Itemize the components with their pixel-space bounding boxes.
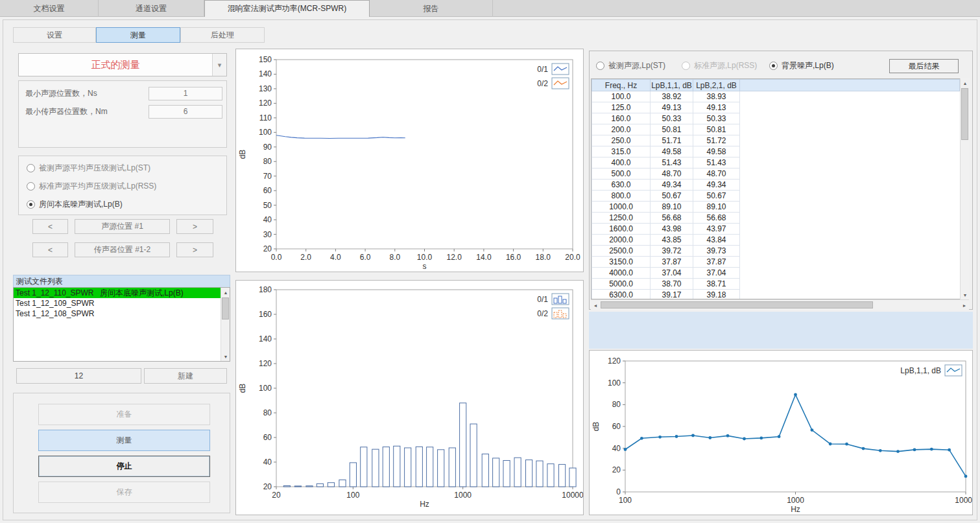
table-row[interactable]: 315.049.5849.58 — [592, 146, 960, 157]
svg-text:8.0: 8.0 — [389, 253, 400, 262]
measurement-mode-value: 正式的测量 — [19, 59, 212, 71]
freq-table[interactable]: Freq., Hz LpB,1,1, dB LpB,2,1, dB 100.03… — [592, 79, 960, 299]
radio-result-lp-rss[interactable]: 标准声源,Lp(RSS) — [682, 60, 757, 71]
table-row[interactable]: 3150.037.8737.87 — [592, 257, 960, 268]
table-cell: 49.58 — [693, 146, 740, 157]
svg-text:60: 60 — [612, 422, 621, 431]
radio-circle — [27, 164, 35, 172]
source-position-button[interactable]: 声源位置 #1 — [75, 219, 170, 234]
table-cell-filler — [740, 113, 960, 124]
radio-lp-rss[interactable]: 标准声源平均声压级测试,Lp(RSS) — [27, 181, 156, 191]
measurement-mode-dropdown[interactable]: 正式的测量 ▾ — [18, 53, 227, 76]
table-hscrollbar[interactable]: ◄ ► — [591, 299, 969, 310]
col-lpb11: LpB,1,1, dB — [651, 80, 693, 91]
scroll-right-icon[interactable]: ► — [960, 301, 969, 310]
table-row[interactable]: 4000.037.0437.04 — [592, 268, 960, 279]
svg-text:110: 110 — [259, 113, 272, 122]
table-row[interactable]: 2000.043.8543.84 — [592, 235, 960, 246]
final-result-button[interactable]: 最后结果 — [889, 59, 959, 73]
subtab-measure[interactable]: 测量 — [96, 27, 180, 43]
svg-text:6.0: 6.0 — [360, 253, 371, 262]
table-cell: 50.67 — [693, 191, 740, 202]
table-row[interactable]: 200.050.8150.81 — [592, 124, 960, 135]
table-row[interactable]: 160.050.3350.33 — [592, 113, 960, 124]
radio-result-lp-b[interactable]: 背景噪声,Lp(B) — [769, 60, 834, 71]
radio-lp-st[interactable]: 被测声源平均声压级测试,Lp(ST) — [27, 163, 150, 173]
prepare-button[interactable]: 准备 — [38, 404, 210, 425]
scrollbar-thumb[interactable] — [222, 297, 229, 320]
svg-text:120: 120 — [608, 356, 621, 366]
min-source-positions-input[interactable]: 1 — [149, 87, 222, 100]
svg-text:40: 40 — [612, 444, 621, 453]
chevron-down-icon[interactable]: ▾ — [212, 54, 226, 76]
table-cell-filler — [740, 191, 960, 202]
subtab-settings[interactable]: 设置 — [13, 27, 96, 43]
test-file-list-title: 测试文件列表 — [13, 275, 230, 287]
table-row[interactable]: 5000.038.7038.71 — [592, 279, 960, 290]
save-button[interactable]: 保存 — [38, 482, 210, 503]
scroll-up-icon[interactable]: ▲ — [221, 288, 230, 297]
radio-lp-b[interactable]: 房间本底噪声测试,Lp(B) — [27, 199, 123, 209]
table-cell-filler — [740, 157, 960, 169]
file-desc: 房间本底噪声测试,Lp(B) — [100, 288, 184, 297]
spacer-panel — [589, 312, 973, 349]
table-row[interactable]: 250.051.7151.72 — [592, 135, 960, 146]
table-cell: 38.93 — [693, 91, 740, 102]
svg-text:130: 130 — [259, 84, 272, 93]
table-cell: 89.10 — [651, 202, 693, 213]
table-row[interactable]: 100.038.9238.93 — [592, 91, 960, 102]
table-row[interactable]: 500.048.7048.70 — [592, 169, 960, 180]
scroll-left-icon[interactable]: ◄ — [591, 301, 600, 310]
table-row[interactable]: 125.049.1349.13 — [592, 102, 960, 113]
table-cell: 37.87 — [651, 257, 693, 268]
table-cell: 50.33 — [651, 113, 693, 124]
subtab-postprocess[interactable]: 后处理 — [180, 27, 265, 43]
tab-channel-settings[interactable]: 通道设置 — [99, 0, 204, 17]
table-row[interactable]: 1000.089.1089.10 — [592, 202, 960, 213]
scroll-down-icon[interactable]: ▼ — [961, 290, 970, 299]
file-list-scrollbar[interactable]: ▲ ▼ — [221, 288, 230, 361]
result-spectrum-chart: 020406080100120100100010000HzdBLpB,1,1, … — [589, 350, 973, 515]
tab-mcr-spwr[interactable]: 混响室法测试声功率(MCR-SPWR) — [204, 0, 370, 17]
new-file-button[interactable]: 新建 — [144, 368, 227, 384]
list-item[interactable]: Test 1_12_108_SPWR — [14, 308, 221, 319]
table-cell: 89.10 — [693, 202, 740, 213]
radio-circle — [596, 62, 604, 70]
scrollbar-thumb[interactable] — [961, 88, 968, 140]
tab-report[interactable]: 报告 — [370, 0, 493, 17]
source-prev-button[interactable]: < — [32, 219, 68, 234]
mic-position-button[interactable]: 传声器位置 #1-2 — [75, 242, 170, 257]
svg-text:80: 80 — [263, 408, 272, 417]
svg-text:180: 180 — [259, 285, 272, 294]
table-cell: 51.71 — [651, 135, 693, 146]
mic-prev-button[interactable]: < — [32, 242, 68, 257]
radio-result-lp-st[interactable]: 被测声源,Lp(ST) — [596, 60, 665, 71]
source-next-button[interactable]: > — [176, 219, 213, 234]
list-item[interactable]: Test 1_12_109_SPWR — [14, 298, 221, 308]
scrollbar-thumb[interactable] — [601, 301, 873, 308]
radio-label: 标准声源平均声压级测试,Lp(RSS) — [39, 181, 156, 192]
tab-document-settings[interactable]: 文档设置 — [0, 0, 99, 17]
min-mic-positions-input[interactable]: 6 — [149, 105, 222, 119]
list-item[interactable]: Test 1_12_110_SPWR房间本底噪声测试,Lp(B) — [14, 288, 221, 298]
svg-text:20: 20 — [263, 482, 272, 491]
table-row[interactable]: 630.049.3449.34 — [592, 180, 960, 191]
table-row[interactable]: 2500.039.7239.73 — [592, 246, 960, 257]
table-row[interactable]: 800.050.6750.67 — [592, 191, 960, 202]
measure-button[interactable]: 测量 — [38, 430, 210, 451]
table-row[interactable]: 1600.043.9843.97 — [592, 224, 960, 235]
scroll-up-icon[interactable]: ▲ — [961, 78, 970, 87]
table-vscrollbar[interactable]: ▲ ▼ — [960, 78, 969, 299]
mic-next-button[interactable]: > — [176, 242, 213, 257]
file-count-box[interactable]: 12 — [16, 368, 141, 384]
table-cell: 1250.0 — [592, 213, 651, 224]
radio-circle — [682, 62, 690, 70]
table-row[interactable]: 6300.039.1739.18 — [592, 290, 960, 300]
table-cell: 49.13 — [651, 102, 693, 113]
table-cell: 315.0 — [592, 146, 651, 157]
table-row[interactable]: 400.051.4351.43 — [592, 157, 960, 169]
stop-button[interactable]: 停止 — [38, 456, 210, 477]
scroll-down-icon[interactable]: ▼ — [221, 352, 230, 361]
table-row[interactable]: 1250.056.6856.68 — [592, 213, 960, 224]
table-cell: 37.04 — [651, 268, 693, 279]
